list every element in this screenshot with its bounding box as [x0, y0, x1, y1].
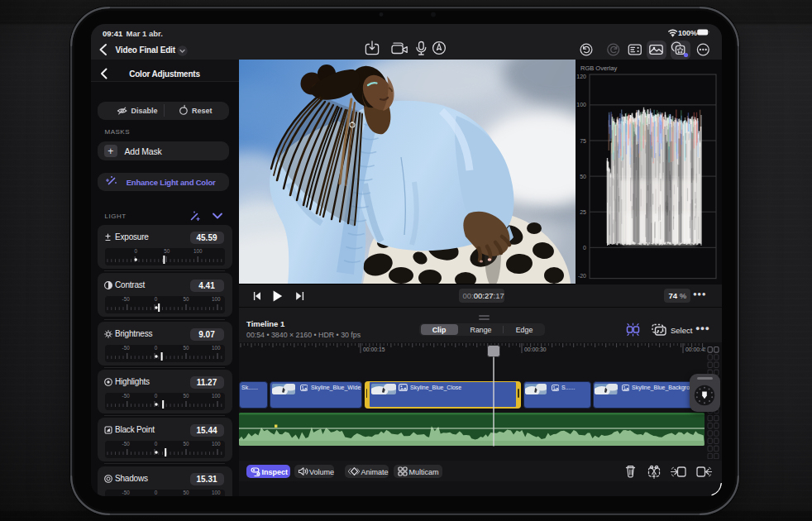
svg-text:100: 100: [193, 248, 203, 254]
svg-text:0: 0: [583, 245, 586, 251]
svg-text:-50: -50: [122, 296, 130, 302]
svg-text:RGB Overlay: RGB Overlay: [580, 65, 617, 72]
svg-text:50: 50: [183, 345, 189, 351]
svg-text:0: 0: [154, 345, 157, 351]
svg-text:50: 50: [580, 174, 586, 179]
svg-text:0: 0: [154, 393, 157, 399]
svg-text:120: 120: [576, 74, 586, 79]
svg-text:00:00:45: 00:00:45: [685, 347, 705, 352]
svg-text:0: 0: [154, 490, 157, 495]
svg-text:100: 100: [212, 490, 221, 495]
svg-text:25: 25: [580, 209, 586, 215]
svg-text:0: 0: [154, 296, 157, 302]
svg-text:50: 50: [183, 393, 189, 399]
svg-text:-20: -20: [578, 273, 586, 279]
svg-text:-50: -50: [122, 345, 130, 351]
svg-text:-50: -50: [122, 393, 130, 399]
svg-text:100: 100: [576, 102, 586, 108]
svg-text:75: 75: [580, 138, 586, 144]
svg-text:100: 100: [212, 345, 221, 351]
svg-text:-50: -50: [122, 490, 130, 495]
svg-text:100: 100: [212, 296, 221, 302]
svg-text:50: 50: [164, 248, 170, 254]
svg-text:0: 0: [154, 441, 157, 447]
svg-text:0: 0: [134, 248, 137, 254]
svg-text:100: 100: [212, 441, 221, 447]
svg-text:00:00:15: 00:00:15: [363, 347, 385, 352]
svg-text:50: 50: [183, 441, 189, 447]
svg-text:-50: -50: [122, 441, 130, 447]
svg-text:00:00:30: 00:00:30: [524, 347, 547, 352]
svg-text:50: 50: [183, 296, 189, 302]
svg-text:50: 50: [183, 490, 189, 495]
svg-text:100: 100: [212, 393, 221, 399]
